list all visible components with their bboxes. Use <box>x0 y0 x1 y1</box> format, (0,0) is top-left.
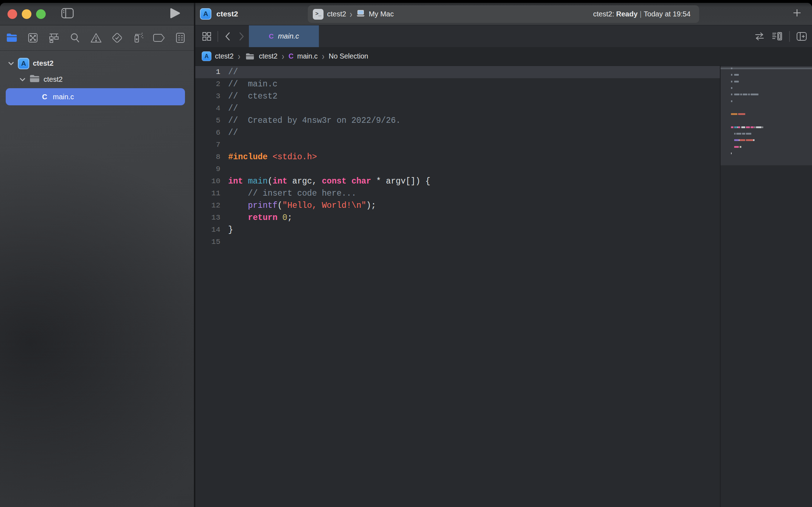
code-text: } <box>228 224 233 236</box>
minimap-segment <box>755 126 755 128</box>
minimap-segment <box>746 126 750 128</box>
minimap-toggle-button[interactable] <box>771 31 783 41</box>
disclosure-chevron-icon[interactable] <box>19 77 26 82</box>
breadcrumb-item-ctest2[interactable]: Actest2 <box>202 51 234 61</box>
debug-navigator-icon[interactable] <box>131 31 145 45</box>
disclosure-chevron-icon[interactable] <box>7 61 15 66</box>
minimap-current-line <box>721 67 812 69</box>
tab-main-c[interactable]: C main.c <box>249 25 319 47</box>
toolbar-activity-pill: >_ ctest2 › My Mac ctest2: Ready|Today a… <box>308 5 699 23</box>
status-state: Ready <box>616 10 638 18</box>
code-line-1[interactable]: 1// <box>195 66 720 78</box>
symbol-navigator-icon[interactable] <box>47 31 61 45</box>
activity-status[interactable]: ctest2: Ready|Today at 19:54 <box>593 10 691 18</box>
code-text: printf("Hello, World!\n"); <box>228 200 376 212</box>
add-editor-button[interactable] <box>796 32 807 41</box>
minimap-segment <box>734 139 739 141</box>
minimap-segment <box>734 133 736 135</box>
breadcrumb-label: ctest2 <box>259 52 277 60</box>
code-line-5[interactable]: 5// Created by 4nsw3r on 2022/9/26. <box>195 115 812 127</box>
line-number: 6 <box>195 127 228 139</box>
sidebar-editor-divider[interactable] <box>194 3 195 507</box>
minimap-segment <box>738 113 745 115</box>
play-icon <box>170 7 180 20</box>
code-review-button[interactable] <box>754 32 765 41</box>
code-line-9[interactable]: 9 <box>195 163 812 175</box>
test-navigator-icon[interactable] <box>110 31 124 45</box>
minimap[interactable] <box>721 66 812 165</box>
tree-item-ctest2[interactable]: ctest2 <box>0 71 194 87</box>
report-navigator-icon[interactable] <box>173 31 187 45</box>
code-text: // main.c <box>228 78 277 90</box>
line-number: 4 <box>195 102 228 115</box>
window-title-group: A ctest2 <box>200 7 238 21</box>
minimap-segment <box>731 94 732 95</box>
code-line-11[interactable]: 11 // insert code here... <box>195 187 812 200</box>
code-line-13[interactable]: 13 return 0; <box>195 212 812 224</box>
tree-item-label: main.c <box>53 93 74 101</box>
status-time: Today at 19:54 <box>644 10 691 18</box>
minimap-segment <box>753 139 755 141</box>
line-number: 9 <box>195 163 228 175</box>
code-line-6[interactable]: 6// <box>195 127 812 139</box>
code-line-3[interactable]: 3// ctest2 <box>195 90 812 102</box>
library-plus-button[interactable] <box>790 8 804 20</box>
back-button[interactable] <box>224 32 232 41</box>
minimap-segment <box>734 74 739 76</box>
xcode-window: A ctest2 >_ ctest2 › My Mac ctest2: Read… <box>0 3 812 507</box>
traffic-light-zoom[interactable] <box>36 9 46 19</box>
traffic-light-close[interactable] <box>7 9 17 19</box>
project-navigator-icon[interactable] <box>5 31 19 45</box>
tree-item-label: ctest2 <box>44 75 62 84</box>
code-line-7[interactable]: 7 <box>195 139 812 151</box>
breadcrumb-item-no-selection[interactable]: No Selection <box>329 52 369 60</box>
tab-bar-left-controls <box>202 25 245 47</box>
scheme-destination[interactable]: My Mac <box>369 10 394 18</box>
code-line-12[interactable]: 12 printf("Hello, World!\n"); <box>195 200 812 212</box>
minimap-segment <box>741 126 745 128</box>
scheme-selector[interactable]: >_ ctest2 › My Mac <box>313 9 394 20</box>
line-number: 13 <box>195 212 228 224</box>
minimap-segment <box>736 133 741 135</box>
code-line-14[interactable]: 14} <box>195 224 812 236</box>
breadcrumb-chevron-icon: › <box>282 51 284 62</box>
project-file-tree: Actest2ctest2Cmain.c <box>0 55 194 105</box>
code-text: // Created by 4nsw3r on 2022/9/26. <box>228 115 401 127</box>
status-project: ctest2: <box>593 10 614 18</box>
toolbar: A ctest2 >_ ctest2 › My Mac ctest2: Read… <box>0 3 812 25</box>
related-items-button[interactable] <box>202 31 212 41</box>
line-number: 2 <box>195 78 228 90</box>
plus-icon <box>792 8 802 20</box>
code-line-2[interactable]: 2// main.c <box>195 78 812 90</box>
issue-navigator-icon[interactable] <box>89 31 103 45</box>
forward-button[interactable] <box>237 32 245 41</box>
source-editor[interactable]: 1//2// main.c3// ctest24//5// Created by… <box>195 66 812 507</box>
editor-column: C main.c <box>195 25 812 507</box>
minimap-segment <box>740 94 742 95</box>
minimap-segment <box>748 94 750 95</box>
code-text: int main(int argc, const char * argv[]) … <box>228 175 430 187</box>
tree-item-ctest2[interactable]: Actest2 <box>0 55 194 71</box>
code-line-15[interactable]: 15 <box>195 236 812 248</box>
traffic-light-minimize[interactable] <box>22 9 31 19</box>
scheme-name[interactable]: ctest2 <box>327 10 346 18</box>
breakpoint-navigator-icon[interactable] <box>152 31 166 45</box>
laptop-icon <box>356 9 365 19</box>
divider <box>789 31 790 42</box>
minimap-segment <box>731 81 732 82</box>
source-control-navigator-icon[interactable] <box>26 31 40 45</box>
code-line-10[interactable]: 10int main(int argc, const char * argv[]… <box>195 175 812 187</box>
breadcrumb-item-main.c[interactable]: Cmain.c <box>289 52 318 60</box>
minimap-segment <box>731 113 737 115</box>
screenshot-stage: A ctest2 >_ ctest2 › My Mac ctest2: Read… <box>0 0 812 507</box>
tab-label: main.c <box>278 32 299 40</box>
code-line-4[interactable]: 4// <box>195 102 812 115</box>
run-button[interactable] <box>168 8 182 20</box>
code-line-8[interactable]: 8#include <stdio.h> <box>195 151 812 163</box>
window-title: ctest2 <box>216 10 238 18</box>
minimap-segment <box>731 100 732 102</box>
sidebar-toggle-button[interactable] <box>60 8 75 20</box>
find-navigator-icon[interactable] <box>68 31 82 45</box>
breadcrumb-item-ctest2[interactable]: ctest2 <box>245 52 277 61</box>
tree-item-main.c[interactable]: Cmain.c <box>6 88 185 105</box>
